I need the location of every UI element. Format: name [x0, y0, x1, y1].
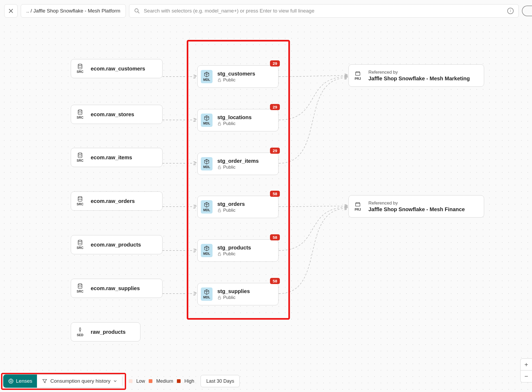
zoom-in-button[interactable]: +: [521, 359, 532, 370]
node-access: Public: [217, 77, 255, 83]
svg-point-11: [78, 197, 82, 198]
database-icon: [77, 240, 83, 245]
node-title: stg_orders: [217, 201, 245, 207]
node-project-marketing[interactable]: PRJ Referenced by Jaffle Shop Snowflake …: [348, 64, 484, 87]
breadcrumb[interactable]: .. / Jaffle Shop Snowflake - Mesh Platfo…: [21, 4, 126, 18]
referenced-by-label: Referenced by: [368, 70, 470, 75]
node-title: ecom.raw_stores: [91, 111, 134, 118]
unlock-icon: [217, 165, 222, 169]
node-title: stg_order_items: [217, 158, 259, 164]
query-count-badge: 58: [270, 191, 280, 197]
cube-icon: [204, 159, 210, 165]
query-count-badge: 58: [270, 278, 280, 284]
node-access: Public: [217, 208, 245, 213]
unlock-icon: [217, 78, 222, 82]
lenses-button[interactable]: Lenses: [3, 374, 37, 388]
cube-icon: [204, 289, 210, 295]
node-access: Public: [217, 251, 251, 257]
node-title: stg_products: [217, 245, 251, 251]
node-type-badge: SRC: [74, 283, 86, 293]
svg-rect-18: [218, 254, 221, 256]
node-type-badge: PRJ: [352, 70, 364, 81]
zoom-controls: + −: [520, 358, 532, 382]
search-input[interactable]: [144, 8, 504, 14]
node-access: Public: [217, 165, 259, 170]
node-access: Public: [217, 121, 252, 126]
node-title: ecom.raw_customers: [91, 66, 145, 72]
filter-settings-icon: [42, 378, 48, 384]
info-icon[interactable]: i: [507, 8, 514, 14]
node-source-raw-customers[interactable]: SRC ecom.raw_customers: [71, 59, 163, 78]
svg-rect-16: [218, 167, 221, 169]
node-model-stg-supplies[interactable]: 58 MDL stg_supplies Public: [197, 283, 279, 305]
seed-icon: [77, 327, 83, 333]
database-icon: [77, 152, 83, 158]
node-source-raw-products[interactable]: SRC ecom.raw_products: [71, 235, 163, 254]
svg-point-13: [78, 284, 82, 285]
close-button[interactable]: [4, 4, 18, 18]
aperture-icon: [8, 378, 14, 384]
node-type-badge: PRJ: [352, 201, 364, 211]
svg-point-12: [78, 240, 82, 242]
node-title: raw_products: [91, 329, 126, 335]
node-title: stg_locations: [217, 114, 252, 120]
node-type-badge: MDL: [201, 114, 213, 127]
svg-rect-14: [218, 80, 221, 82]
node-title: stg_supplies: [217, 288, 250, 294]
node-source-raw-stores[interactable]: SRC ecom.raw_stores: [71, 105, 163, 124]
node-type-badge: MDL: [201, 200, 213, 214]
lens-dropdown[interactable]: Consumption query history: [37, 374, 122, 388]
search-bar[interactable]: i: [129, 4, 519, 18]
node-title: ecom.raw_supplies: [91, 285, 140, 291]
time-range-button[interactable]: Last 30 Days: [201, 375, 240, 387]
svg-rect-17: [218, 210, 221, 212]
node-source-raw-items[interactable]: SRC ecom.raw_items: [71, 148, 163, 167]
node-type-badge: MDL: [201, 244, 213, 257]
svg-line-7: [138, 12, 139, 13]
node-title: Jaffle Shop Snowflake - Mesh Marketing: [368, 76, 470, 82]
unlock-icon: [217, 295, 222, 300]
database-icon: [77, 283, 83, 289]
node-model-stg-products[interactable]: 58 MDL stg_products Public: [197, 239, 279, 262]
node-type-badge: SRC: [74, 109, 86, 119]
node-model-stg-orders[interactable]: 58 MDL stg_orders Public: [197, 196, 279, 218]
zoom-out-button[interactable]: −: [521, 370, 532, 382]
legend-swatch-medium: [149, 379, 152, 383]
node-title: ecom.raw_items: [91, 155, 132, 161]
svg-point-9: [78, 110, 82, 111]
breadcrumb-text: .. / Jaffle Shop Snowflake - Mesh Platfo…: [26, 8, 120, 14]
svg-point-8: [78, 64, 82, 66]
node-type-badge: SED: [74, 327, 86, 337]
node-type-badge: MDL: [201, 287, 213, 301]
node-type-badge: SRC: [74, 196, 86, 206]
query-count-badge: 29: [270, 148, 280, 154]
node-model-stg-customers[interactable]: 29 MDL stg_customers Public: [197, 65, 279, 88]
database-icon: [77, 64, 83, 69]
unlock-icon: [217, 122, 222, 126]
node-project-finance[interactable]: PRJ Referenced by Jaffle Shop Snowflake …: [348, 195, 484, 218]
node-source-raw-supplies[interactable]: SRC ecom.raw_supplies: [71, 279, 163, 298]
node-title: ecom.raw_products: [91, 242, 141, 248]
node-model-stg-locations[interactable]: 29 MDL stg_locations Public: [197, 109, 279, 131]
node-access: Public: [217, 295, 250, 300]
node-type-badge: SRC: [74, 240, 86, 250]
cube-icon: [204, 115, 210, 121]
project-icon: [355, 201, 361, 207]
legend-swatch-low: [129, 379, 132, 383]
svg-rect-19: [218, 297, 221, 299]
node-model-stg-order-items[interactable]: 29 MDL stg_order_items Public: [197, 153, 279, 175]
side-toggle[interactable]: [522, 6, 532, 16]
database-icon: [77, 109, 83, 115]
search-icon: [134, 8, 140, 14]
database-icon: [77, 196, 83, 202]
unlock-icon: [217, 208, 222, 212]
node-seed-raw-products[interactable]: SED raw_products: [71, 322, 140, 341]
lens-selected-label: Consumption query history: [50, 378, 110, 384]
node-type-badge: SRC: [74, 64, 86, 74]
referenced-by-label: Referenced by: [368, 201, 465, 206]
query-count-badge: 29: [270, 60, 280, 66]
cube-icon: [204, 245, 210, 251]
node-title: ecom.raw_orders: [91, 198, 135, 204]
node-source-raw-orders[interactable]: SRC ecom.raw_orders: [71, 191, 163, 211]
query-count-badge: 58: [270, 234, 280, 240]
